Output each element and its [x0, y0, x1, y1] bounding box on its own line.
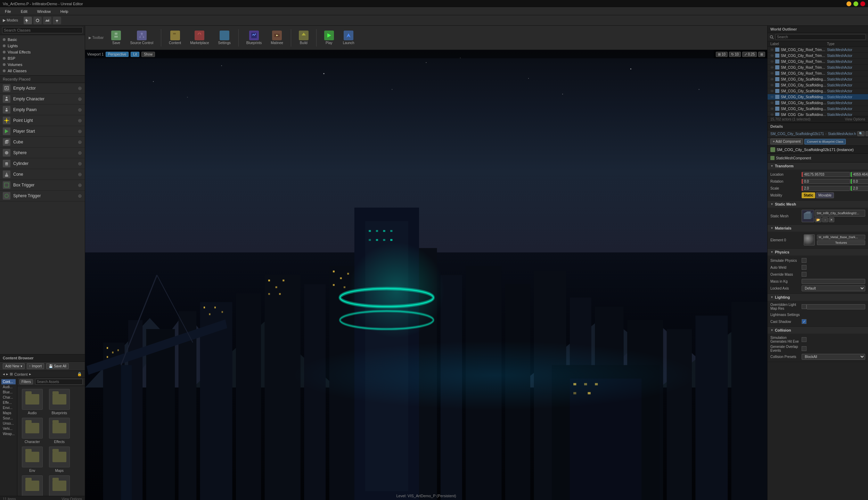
view-options-button[interactable]: View Options: [845, 117, 865, 121]
mesh-name-input[interactable]: [815, 210, 865, 217]
wo-item-9[interactable]: SM_COG_City_Scaffolding02b172 StaticMesh…: [768, 100, 868, 106]
breadcrumb-file[interactable]: StaticMeshActor.h: [828, 132, 856, 136]
lock-details-btn[interactable]: 🔒: [866, 131, 868, 136]
launch-button[interactable]: Launch: [340, 29, 357, 46]
wo-item-8[interactable]: SM_COG_City_Scaffolding02b171 StaticMesh…: [768, 94, 868, 100]
mode-foliage[interactable]: [53, 17, 61, 24]
content-button[interactable]: Content: [166, 29, 184, 46]
wo-item-2[interactable]: SM_COG_City_Roof_Trim_VarB_Middle457 Sta…: [768, 59, 868, 65]
mass-kg-input[interactable]: [802, 279, 865, 284]
play-button[interactable]: Play: [321, 29, 337, 46]
menu-help[interactable]: Help: [58, 9, 71, 14]
cb-tree-weapons[interactable]: Weap...: [1, 431, 16, 436]
build-button[interactable]: Build: [296, 29, 311, 46]
show-button[interactable]: Show: [141, 52, 155, 57]
wo-item-10[interactable]: SM_COG_City_Scaffolding02b173 StaticMesh…: [768, 106, 868, 112]
add-component-button[interactable]: + Add Component: [770, 139, 803, 144]
materials-section-header[interactable]: ▼ Materials: [768, 225, 868, 232]
scale-x-input[interactable]: [802, 186, 850, 191]
sim-generates-checkbox[interactable]: [802, 337, 806, 342]
snap-scale-btn[interactable]: ⤢ 0.25: [742, 52, 757, 57]
cb-tree-blueprints[interactable]: Blue...: [1, 390, 16, 395]
wo-item-5[interactable]: SM_COG_City_Scaffolding02b168 StaticMesh…: [768, 76, 868, 82]
menu-window[interactable]: Window: [35, 9, 53, 14]
mode-paint[interactable]: [33, 17, 42, 24]
maximize-button[interactable]: [853, 1, 858, 6]
asset-maps[interactable]: Maps: [47, 447, 72, 473]
asset-env[interactable]: Env: [20, 447, 44, 473]
static-mesh-section-header[interactable]: ▼ Static Mesh: [768, 201, 868, 208]
source-control-button[interactable]: Source Control: [127, 29, 156, 46]
path-arrow-left[interactable]: ◂: [3, 372, 5, 376]
add-new-button[interactable]: Add New ▾: [3, 363, 25, 369]
rotation-x-input[interactable]: [802, 179, 850, 184]
collision-presets-select[interactable]: BlockAll OverlapAll NoCollision: [802, 354, 865, 360]
lightmap-res-checkbox[interactable]: [802, 304, 806, 309]
asset-search-input[interactable]: [35, 379, 83, 385]
wo-item-4[interactable]: SM_COG_City_Roof_Trim_VarB_Middle459 Sta…: [768, 70, 868, 76]
material-name-input[interactable]: [817, 235, 865, 240]
convert-blueprint-button[interactable]: Convert to Blueprint Class: [804, 139, 846, 144]
simulate-physics-checkbox[interactable]: [802, 258, 806, 263]
mode-select[interactable]: [24, 17, 32, 24]
search-classes-input[interactable]: [2, 27, 83, 33]
placed-item-sphere-trigger[interactable]: Sphere Trigger ⊕: [0, 191, 85, 201]
minimize-button[interactable]: [846, 1, 851, 6]
asset-character[interactable]: Character: [20, 418, 44, 444]
override-mass-checkbox[interactable]: [802, 272, 806, 277]
asset-audio[interactable]: Audio: [20, 389, 44, 415]
placed-item-box-trigger[interactable]: Box Trigger ⊕: [0, 180, 85, 191]
lightmap-res-input[interactable]: [806, 304, 865, 309]
category-basic[interactable]: Basic: [0, 36, 85, 43]
marketplace-button[interactable]: Marketplace: [187, 29, 212, 46]
generate-overlap-checkbox[interactable]: [802, 346, 806, 351]
settings-button[interactable]: Settings: [215, 29, 234, 46]
snap-translate-btn[interactable]: ⊞ 10: [716, 52, 728, 57]
wo-item-6[interactable]: SM_COG_City_Scaffolding02b169 StaticMesh…: [768, 82, 868, 88]
viewport[interactable]: Viewport 1 Perspective Lit Show ⊞ 10 ↻ 1…: [85, 50, 767, 500]
cb-tree-character[interactable]: Char...: [1, 395, 16, 400]
rotation-y-input[interactable]: [851, 179, 868, 184]
wo-item-0[interactable]: SM_COG_City_Roof_Trim_VarB_Middle419 Sta…: [768, 47, 868, 53]
mode-landscape[interactable]: [43, 17, 51, 24]
textures-slot-button[interactable]: Textures: [817, 240, 865, 245]
category-all-classes[interactable]: All Classes: [0, 68, 85, 74]
cb-tree-audio[interactable]: Audi...: [1, 384, 16, 390]
mesh-arrow-btn[interactable]: →: [822, 217, 828, 222]
category-lights[interactable]: Lights: [0, 43, 85, 49]
placed-item-cone[interactable]: Cone ⊕: [0, 169, 85, 180]
cb-tree-env[interactable]: Envi...: [1, 405, 16, 410]
movable-mobility-button[interactable]: Movable: [816, 192, 834, 198]
breadcrumb-actor[interactable]: SM_COG_City_Scaffolding02b171: [770, 132, 824, 136]
static-mobility-button[interactable]: Static: [802, 192, 815, 198]
path-arrow-right[interactable]: ▸: [6, 372, 8, 376]
matinee-button[interactable]: Matinee: [268, 29, 286, 46]
placed-item-empty-character[interactable]: Empty Character ⊕: [0, 94, 85, 105]
placed-item-cylinder[interactable]: Cylinder ⊕: [0, 158, 85, 169]
collision-section-header[interactable]: ▼ Collision: [768, 327, 868, 334]
location-y-input[interactable]: [851, 172, 868, 177]
cb-tree-maps[interactable]: Maps: [1, 410, 16, 416]
placed-item-empty-pawn[interactable]: Empty Pawn ⊕: [0, 105, 85, 115]
mesh-delete-btn[interactable]: ✕: [829, 217, 834, 222]
lit-button[interactable]: Lit: [131, 52, 139, 57]
mesh-browse-btn[interactable]: 📂: [815, 217, 821, 222]
asset-blueprints[interactable]: Blueprints: [47, 389, 72, 415]
physics-section-header[interactable]: ▼ Physics: [768, 249, 868, 256]
asset-sounds[interactable]: Sounds: [20, 475, 44, 496]
close-button[interactable]: [860, 1, 865, 6]
viewport-options-btn[interactable]: ⊞: [758, 52, 765, 57]
blueprints-button[interactable]: Blueprints: [244, 29, 264, 46]
snap-rotate-btn[interactable]: ↻ 10: [729, 52, 741, 57]
view-options-btn[interactable]: View Options: [62, 497, 82, 500]
filters-button[interactable]: Filters: [19, 379, 33, 384]
import-button[interactable]: ↑ Import: [27, 363, 44, 369]
placed-item-empty-actor[interactable]: Empty Actor ⊕: [0, 83, 85, 94]
cb-tree-sounds[interactable]: Sour...: [1, 416, 16, 421]
auto-weld-checkbox[interactable]: [802, 265, 806, 270]
placed-item-sphere[interactable]: Sphere ⊕: [0, 148, 85, 158]
asset-unsorted[interactable]: Unsorted: [47, 475, 72, 496]
save-all-button[interactable]: 💾 Save All: [46, 363, 69, 369]
asset-effects[interactable]: Effects: [47, 418, 72, 444]
scale-y-input[interactable]: [851, 186, 868, 191]
